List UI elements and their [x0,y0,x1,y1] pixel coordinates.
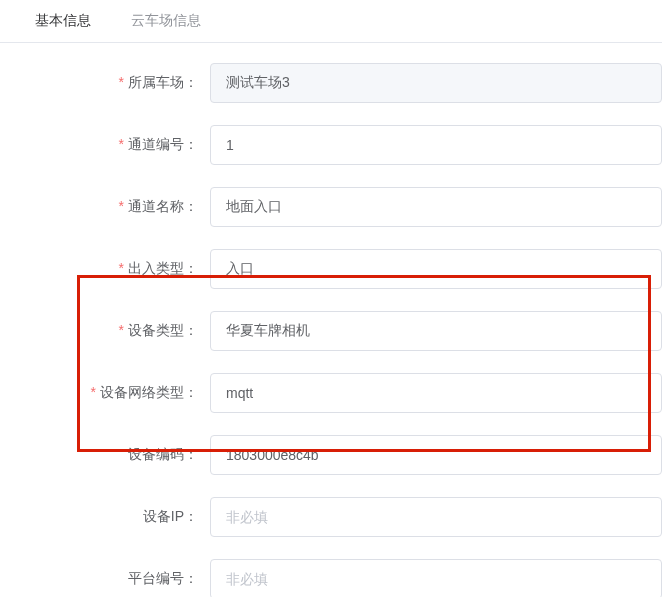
input-device-ip[interactable] [210,497,662,537]
row-platform-no: 平台编号： [0,559,662,597]
row-inout-type: 出入类型： [0,249,662,289]
row-parking-lot: 所属车场： [0,63,662,103]
input-channel-name[interactable] [210,187,662,227]
select-inout-type[interactable] [210,249,662,289]
label-channel-no: 通道编号： [0,136,210,154]
label-channel-name: 通道名称： [0,198,210,216]
select-parking-lot[interactable] [210,63,662,103]
tab-bar: 基本信息 云车场信息 [0,0,662,43]
input-device-code[interactable] [210,435,662,475]
row-channel-no: 通道编号： [0,125,662,165]
label-device-type: 设备类型： [0,322,210,340]
select-device-type[interactable] [210,311,662,351]
label-device-ip: 设备IP： [0,508,210,526]
form: 所属车场： 通道编号： 通道名称： 出入类型： 设备类型： 设备网络类型： [0,43,662,597]
label-net-type: 设备网络类型： [0,384,210,402]
row-channel-name: 通道名称： [0,187,662,227]
label-platform-no: 平台编号： [0,570,210,588]
input-channel-no[interactable] [210,125,662,165]
input-platform-no[interactable] [210,559,662,597]
label-parking-lot: 所属车场： [0,74,210,92]
tab-cloud-parking[interactable]: 云车场信息 [111,0,221,42]
row-net-type: 设备网络类型： [0,373,662,413]
row-device-ip: 设备IP： [0,497,662,537]
label-inout-type: 出入类型： [0,260,210,278]
label-device-code: 设备编码： [0,446,210,464]
select-net-type[interactable] [210,373,662,413]
row-device-code: 设备编码： [0,435,662,475]
row-device-type: 设备类型： [0,311,662,351]
tab-basic-info[interactable]: 基本信息 [15,0,111,42]
